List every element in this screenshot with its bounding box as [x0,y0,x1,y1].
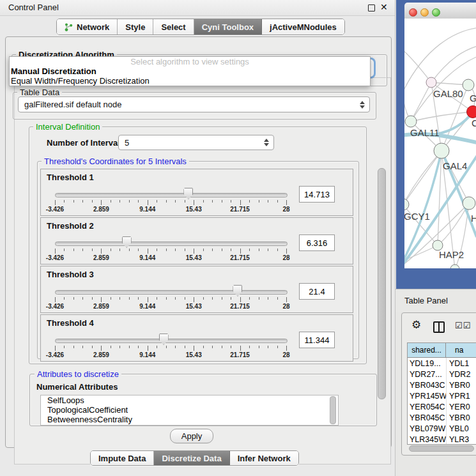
table-row[interactable]: YER054CYER0 [408,401,476,412]
attribute-list-item[interactable]: SelfLoops [41,395,338,405]
network-node-label: C [472,118,476,128]
column-header-shared-name[interactable]: shared... [408,343,446,357]
tick-mark [101,249,102,254]
cell-shared-name[interactable]: YLR345W [408,435,446,444]
numerical-attributes-list[interactable]: SelfLoopsTopologicalCoefficientBetweenne… [40,395,339,426]
cell-shared-name[interactable]: YBL079W [408,424,446,433]
tick-label: 21.715 [221,351,259,358]
gear-icon[interactable]: ⚙ [411,318,421,332]
threshold-value-input[interactable] [299,186,335,203]
network-node-GA[interactable] [463,79,474,91]
tick-label: 21.715 [221,254,259,261]
network-node-GAL4[interactable] [434,143,449,158]
split-columns-icon[interactable] [433,321,445,333]
tick-mark [175,346,176,348]
cell-shared-name[interactable]: YPR145W [408,392,446,401]
close-window-icon[interactable]: ✕ [380,2,388,12]
tick-mark [259,297,259,300]
cell-name[interactable]: YBL0 [446,423,476,434]
threshold-value-input[interactable] [299,332,335,348]
tick-mark [222,200,222,203]
network-canvas[interactable]: GAL80GACGAL11GAL4HGCY1HAP2 [404,19,476,268]
table-data-combobox[interactable]: galFiltered.sif default node [18,96,370,112]
minimize-traffic-light-icon[interactable] [420,8,429,17]
cell-shared-name[interactable]: YBR045C [408,413,446,422]
cell-shared-name[interactable]: YER054C [408,403,446,411]
close-traffic-light-icon[interactable] [409,8,417,17]
tick-mark [73,200,74,203]
algorithm-option-manual[interactable]: Manual Discretization [10,66,370,76]
number-of-intervals-combobox[interactable]: 5 [118,135,274,150]
tab-select[interactable]: Select [153,19,194,35]
table-row[interactable]: YBR043CYBR0 [408,380,476,390]
tick-mark [82,200,83,203]
cell-name[interactable]: YDL1 [446,358,476,369]
float-window-icon[interactable] [368,4,375,12]
tab-jactivemnodules[interactable]: jActiveMNodules [262,19,344,35]
cell-shared-name[interactable]: YBR043C [408,381,446,390]
tab-infer-network[interactable]: Infer Network [230,451,298,465]
tab-style[interactable]: Style [118,19,153,35]
table-row[interactable]: YDL19...YDL1 [408,358,476,369]
threshold-value-input[interactable] [299,234,335,251]
horizontal-scrollbar-thumb[interactable] [409,445,474,452]
tab-cyni-toolbox[interactable]: Cyni Toolbox [194,19,262,35]
tick-mark [203,346,204,348]
tick-label: 2.859 [82,254,120,261]
tick-mark [194,200,194,205]
attribute-list-item[interactable]: TopologicalCoefficient [41,405,338,415]
column-header-name[interactable]: na [446,343,476,357]
tick-mark [203,297,204,300]
tab-label: Infer Network [238,454,291,463]
apply-button-label: Apply [181,431,203,441]
tab-impute-data[interactable]: Impute Data [91,451,154,465]
cell-name[interactable]: YBR0 [446,412,476,423]
network-node-H[interactable] [463,197,475,210]
tick-mark [64,249,65,251]
tick-mark [268,249,268,251]
cell-shared-name[interactable]: YDR27... [408,370,446,379]
table-row[interactable]: YBR045CYBR0 [408,412,476,423]
network-node-C[interactable] [467,106,476,118]
network-node[interactable] [450,265,459,268]
tick-mark [82,297,83,300]
table-row[interactable]: YLR345WYLR3 [408,434,476,445]
threshold-value-input[interactable] [299,283,335,300]
horizontal-scrollbar[interactable] [408,445,476,452]
checkbox-columns-icon[interactable]: ☑☑ [455,321,471,330]
tick-mark [119,249,120,251]
tab-discretize-data[interactable]: Discretize Data [154,451,229,465]
vertical-scrollbar-thumb[interactable] [378,168,386,399]
cell-name[interactable]: YPR1 [446,390,476,401]
cell-name[interactable]: YBR0 [446,380,476,390]
network-node-GCY1[interactable] [404,199,409,210]
apply-button[interactable]: Apply [170,429,213,443]
algorithm-dropdown-popup: Select algorithm to view settings Manual… [9,56,371,86]
cell-shared-name[interactable]: YDL19... [408,359,446,368]
tab-network[interactable]: Network [57,19,118,35]
tick-label: 9.144 [128,303,167,310]
tick-mark [82,249,83,251]
tick-mark [166,200,167,203]
cell-name[interactable]: YER0 [446,401,476,412]
network-node-GAL11[interactable] [405,116,417,127]
tick-mark [240,297,241,302]
table-row[interactable]: YDR27...YDR2 [408,369,476,380]
tick-mark [185,346,185,348]
zoom-traffic-light-icon[interactable] [432,8,440,17]
table-row[interactable]: YBL079WYBL0 [408,423,476,434]
network-node-GAL80[interactable] [426,77,436,88]
cell-name[interactable]: YLR3 [446,434,476,445]
table-row[interactable]: YPR145WYPR1 [408,390,476,401]
tick-mark [194,297,194,302]
tick-mark [111,346,111,348]
cell-name[interactable]: YDR2 [446,369,476,380]
tick-mark [148,346,148,351]
screen: Control Panel ✕ NetworkStyleSelectCyni T… [0,0,476,476]
tick-label: 2.859 [82,351,120,358]
algorithm-option-equal-width[interactable]: Equal Width/Frequency Discretization [10,76,370,86]
tick-mark [277,297,278,300]
attribute-list-item[interactable]: BetweennessCentrality [41,415,338,424]
tick-label: 28 [267,303,305,310]
attributes-scrollbar-thumb[interactable] [330,396,336,424]
